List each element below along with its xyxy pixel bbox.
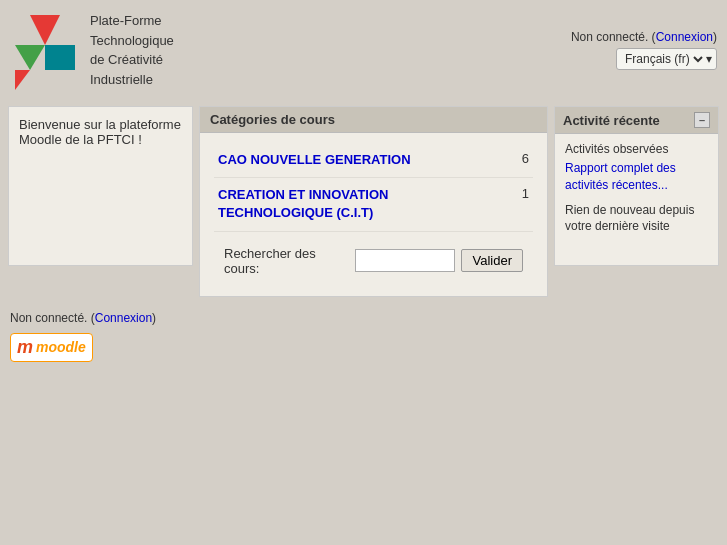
- svg-marker-2: [45, 45, 75, 70]
- svg-marker-3: [15, 70, 30, 90]
- category-link-0[interactable]: CAO NOUVELLE GENERATION: [218, 151, 503, 169]
- svg-marker-1: [15, 45, 45, 70]
- page-footer: Non connecté. (Connexion) m moodle: [0, 303, 727, 370]
- category-row-0: CAO NOUVELLE GENERATION 6: [214, 143, 533, 178]
- category-count-1: 1: [513, 186, 529, 201]
- search-input[interactable]: [355, 249, 455, 272]
- left-panel: Bienvenue sur la plateforme Moodle de la…: [8, 106, 193, 266]
- activities-observed-label: Activités observées: [565, 142, 708, 156]
- not-connected-status-top: Non connecté. (Connexion): [571, 30, 717, 44]
- category-link-1[interactable]: CREATION ET INNOVATION TECHNOLOGIQUE (C.…: [218, 186, 503, 222]
- right-panel: Activité récente – Activités observées R…: [554, 106, 719, 266]
- dropdown-arrow-icon: ▾: [706, 52, 712, 66]
- categories-header: Catégories de cours: [200, 107, 547, 133]
- connexion-link-bottom[interactable]: Connexion: [95, 311, 152, 325]
- no-news-text: Rien de nouveau depuis votre dernière vi…: [565, 202, 708, 236]
- language-selector-wrap[interactable]: Français (fr) ▾: [616, 48, 717, 70]
- category-count-0: 6: [513, 151, 529, 166]
- page-header: Plate-Forme Technologique de Créativité …: [0, 0, 727, 100]
- svg-marker-0: [30, 15, 60, 45]
- site-title: Plate-Forme Technologique de Créativité …: [90, 11, 174, 89]
- site-logo: [10, 10, 80, 90]
- moodle-badge: m moodle: [10, 333, 93, 362]
- search-button[interactable]: Valider: [461, 249, 523, 272]
- connexion-link-top[interactable]: Connexion: [656, 30, 713, 44]
- search-label: Rechercher des cours:: [224, 246, 349, 276]
- center-body: CAO NOUVELLE GENERATION 6 CREATION ET IN…: [200, 133, 547, 296]
- search-row: Rechercher des cours: Valider: [214, 232, 533, 286]
- center-panel: Catégories de cours CAO NOUVELLE GENERAT…: [199, 106, 548, 297]
- language-selector[interactable]: Français (fr): [621, 51, 706, 67]
- header-right: Non connecté. (Connexion) Français (fr) …: [571, 30, 717, 70]
- activities-report-link[interactable]: Rapport complet des activités récentes..…: [565, 160, 708, 194]
- not-connected-status-bottom: Non connecté. (Connexion): [10, 311, 717, 325]
- right-panel-body: Activités observées Rapport complet des …: [555, 134, 718, 243]
- recent-activity-header: Activité récente –: [555, 107, 718, 134]
- moodle-text: moodle: [36, 339, 86, 355]
- collapse-button[interactable]: –: [694, 112, 710, 128]
- welcome-text: Bienvenue sur la plateforme Moodle de la…: [19, 117, 182, 147]
- recent-activity-title: Activité récente: [563, 113, 660, 128]
- main-content: Bienvenue sur la plateforme Moodle de la…: [0, 100, 727, 303]
- moodle-m-logo: m: [17, 337, 33, 358]
- logo-area: Plate-Forme Technologique de Créativité …: [10, 10, 174, 90]
- category-row-1: CREATION ET INNOVATION TECHNOLOGIQUE (C.…: [214, 178, 533, 231]
